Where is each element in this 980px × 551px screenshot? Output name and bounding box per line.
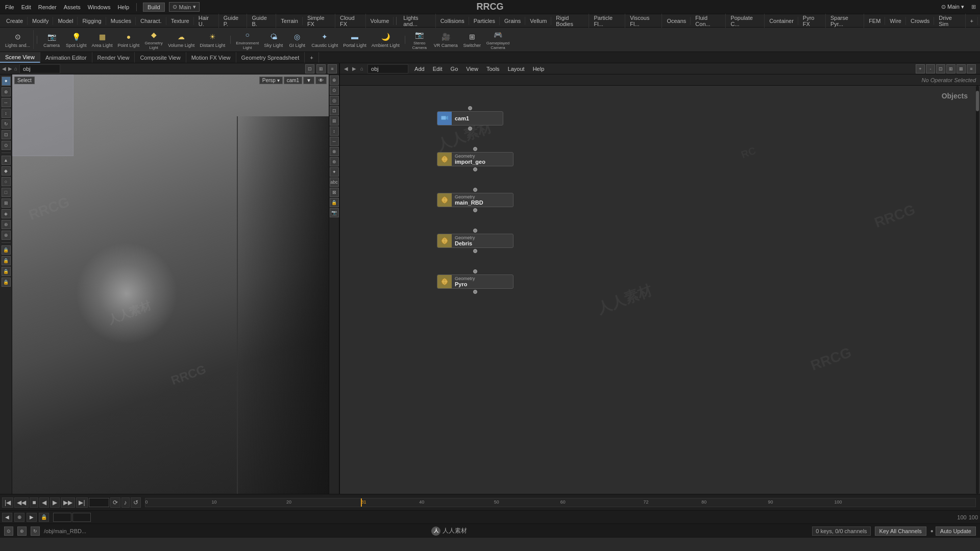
tool-15[interactable]: 🔒 xyxy=(2,245,11,255)
right-main-selector[interactable]: ⊙ Main ▾ xyxy=(938,3,967,11)
tool-11[interactable]: ⊠ xyxy=(2,198,11,208)
volume-light-btn[interactable]: ☁ Volume Light xyxy=(166,30,197,49)
node-import-geo[interactable]: Geometry import_geo xyxy=(437,147,513,171)
status-tool-1[interactable]: ⊙ xyxy=(4,527,13,536)
ng-scrollbar[interactable] xyxy=(976,86,979,494)
portal-light-btn[interactable]: ▬ Portal Light xyxy=(341,30,369,49)
frame-input[interactable]: 31 xyxy=(89,498,109,507)
tab-vellum[interactable]: Vellum xyxy=(526,17,551,25)
node-main-rbd[interactable]: Geometry main_RBD xyxy=(437,188,513,212)
menu-render[interactable]: Render xyxy=(35,3,60,11)
tab-fem[interactable]: FEM xyxy=(865,17,885,25)
vp-home[interactable]: ⌂ xyxy=(14,66,17,71)
menu-help[interactable]: Help xyxy=(114,3,132,11)
area-light-btn[interactable]: ▦ Area Light xyxy=(90,30,115,49)
vp-path-input[interactable] xyxy=(19,64,60,73)
tab-rigidbodies[interactable]: Rigid Bodies xyxy=(552,14,589,28)
tab-guideb[interactable]: Guide B. xyxy=(248,14,276,28)
tab-simplefx[interactable]: Simple FX xyxy=(303,14,335,28)
import-geo-connector-bottom[interactable] xyxy=(473,167,477,171)
tool-16[interactable]: 🔒 xyxy=(2,256,11,265)
tab-geo-spreadsheet[interactable]: Geometry Spreadsheet xyxy=(236,52,305,63)
vp-display-mode[interactable]: ▼ xyxy=(303,77,314,84)
pyro-connector-bottom[interactable] xyxy=(473,290,477,294)
tool-17[interactable]: 🔒 xyxy=(2,267,11,276)
tab-collisions[interactable]: Collisions xyxy=(436,17,469,25)
tab-motionfx-view[interactable]: Motion FX View xyxy=(186,52,236,63)
ng-go[interactable]: Go xyxy=(449,65,460,73)
menu-file[interactable]: File xyxy=(2,3,17,11)
pb-end-frame[interactable]: 1 xyxy=(72,513,91,522)
build-button[interactable]: Build xyxy=(143,3,164,12)
tl-skip-start[interactable]: |◀ xyxy=(2,497,13,508)
select-tool[interactable]: ✦ xyxy=(2,77,11,86)
pyro-body[interactable]: Geometry Pyro xyxy=(437,274,513,289)
node-cam1[interactable]: cam1 xyxy=(437,106,503,131)
pb-lock[interactable]: 🔒 xyxy=(39,513,49,522)
menu-edit[interactable]: Edit xyxy=(18,3,34,11)
rt-tool-7[interactable]: ↔ xyxy=(330,137,339,146)
tool-7[interactable]: ▲ xyxy=(2,156,11,165)
ng-tools[interactable]: Tools xyxy=(484,65,502,73)
menu-assets[interactable]: Assets xyxy=(61,3,84,11)
tool-9[interactable]: ○ xyxy=(2,177,11,186)
tab-muscles[interactable]: Muscles xyxy=(107,17,136,25)
caustic-light-btn[interactable]: ✦ Caustic Light xyxy=(309,30,340,49)
tab-charact[interactable]: Charact. xyxy=(136,17,166,25)
tab-container[interactable]: Container xyxy=(765,17,798,25)
tl-loop[interactable]: ↺ xyxy=(131,497,141,508)
tl-step-back[interactable]: ◀◀ xyxy=(14,497,29,508)
vp-options[interactable]: ≡ xyxy=(328,64,337,73)
lights-and-btn[interactable]: ⊙ Lights and... xyxy=(3,30,32,49)
distant-light-btn[interactable]: ☀ Distant Light xyxy=(198,30,227,49)
cam1-body[interactable]: cam1 xyxy=(437,111,503,126)
vp-split[interactable]: ⊞ xyxy=(316,64,326,73)
ng-view[interactable]: View xyxy=(464,65,480,73)
gi-light-btn[interactable]: ◎ GI Light xyxy=(286,30,308,49)
debris-connector-bottom[interactable] xyxy=(473,249,477,253)
pyro-connector-top[interactable] xyxy=(473,269,477,273)
vp-visibility[interactable]: 👁 xyxy=(315,77,327,84)
ng-edit[interactable]: Edit xyxy=(431,65,445,73)
vp-nav-fwd[interactable]: ▶ xyxy=(8,66,12,71)
ng-home[interactable]: ⌂ xyxy=(360,66,363,71)
node-graph-area[interactable]: Objects 人人素材 RRCG 人人素材 RRCG RС cam1 xyxy=(340,86,980,494)
tab-particlefl[interactable]: Particle Fl... xyxy=(590,14,625,28)
tool-1[interactable]: ⊕ xyxy=(2,87,11,96)
tab-crowds[interactable]: Crowds xyxy=(906,17,934,25)
ng-nav-back[interactable]: ◀ xyxy=(344,66,348,71)
ng-grid[interactable]: ⊞ xyxy=(946,64,955,73)
tab-guidep[interactable]: Guide P. xyxy=(219,14,248,28)
rt-tool-12[interactable]: ⊠ xyxy=(330,188,339,197)
tab-drivesim[interactable]: Drive Sim xyxy=(935,14,965,28)
sky-light-btn[interactable]: 🌤 Sky Light xyxy=(262,30,285,49)
tab-particles[interactable]: Particles xyxy=(470,17,500,25)
scene-viewport[interactable]: RRCG 人人素材 RRCG xyxy=(12,74,329,494)
timeline-track[interactable]: 0 10 20 31 40 50 60 72 80 90 100 xyxy=(145,498,976,507)
rt-tool-cam[interactable]: 📷 xyxy=(330,208,339,217)
tl-step-fwd[interactable]: ▶▶ xyxy=(61,497,75,508)
tab-hairu[interactable]: Hair U. xyxy=(194,14,219,28)
tool-5[interactable]: ⊡ xyxy=(2,130,11,139)
tab-fluidcon[interactable]: Fluid Con... xyxy=(691,14,726,28)
ng-options[interactable]: ≡ xyxy=(967,64,976,73)
tab-viscousfl[interactable]: Viscous Fl... xyxy=(626,14,662,28)
vp-nav-back[interactable]: ◀ xyxy=(2,66,6,71)
rt-tool-9[interactable]: ⊛ xyxy=(330,157,339,166)
tab-create[interactable]: Create xyxy=(2,17,28,25)
tab-lights[interactable]: Lights and... xyxy=(399,14,435,28)
tab-add[interactable]: + xyxy=(966,17,978,25)
point-light-btn[interactable]: ● Point Light xyxy=(116,30,142,49)
vr-camera-btn[interactable]: 🎥 VR Camera xyxy=(432,30,460,49)
tool-12[interactable]: ◈ xyxy=(2,209,11,218)
tool-3[interactable]: ↕ xyxy=(2,109,11,118)
cam1-connector-top[interactable] xyxy=(468,106,472,110)
tab-populate[interactable]: Populate C... xyxy=(726,14,765,28)
tab-scene-view[interactable]: Scene View xyxy=(0,52,40,63)
auto-update-btn[interactable]: Auto Update xyxy=(936,527,976,536)
pb-set-key[interactable]: ⊕ xyxy=(14,513,24,522)
tab-add-view[interactable]: + xyxy=(305,52,318,63)
tab-modify[interactable]: Modify xyxy=(28,17,53,25)
rt-tool-3[interactable]: ◎ xyxy=(330,96,339,105)
tab-rigging[interactable]: Rigging xyxy=(78,17,106,25)
